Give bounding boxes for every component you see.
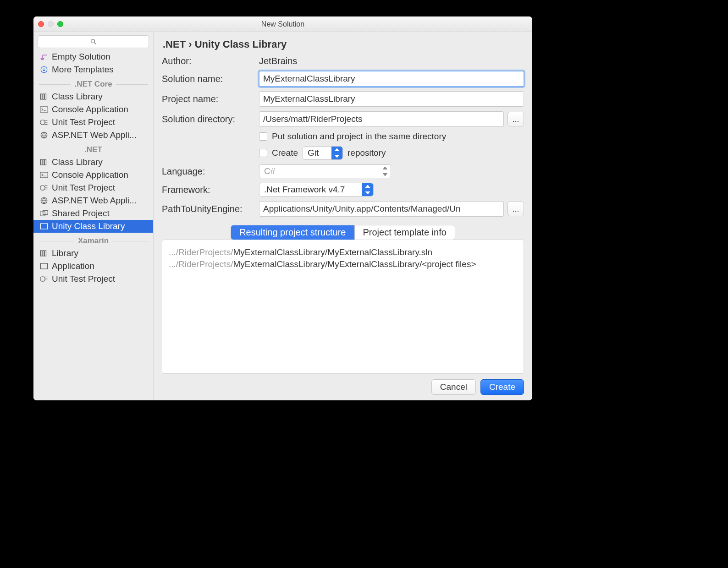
test-icon [40,118,48,126]
structure-line: .../RiderProjects/MyExternalClassLibrary… [169,258,517,270]
close-window-button[interactable] [38,21,44,27]
sidebar-group--net-core: .NET Core [33,76,153,90]
sidebar-item-label: Console Application [52,104,128,115]
sidebar-item-asp-net-web-appli[interactable]: ASP.NET Web Appli... [33,194,153,207]
library-icon [40,158,48,166]
project-name-label: Project name: [162,94,254,104]
sidebar-item-class-library[interactable]: Class Library [33,90,153,103]
sidebar-item-label: Class Library [52,92,103,102]
sidebar-item-label: Unity Class Library [52,221,125,231]
sidebar-group-label: .NET Core [74,80,112,89]
framework-select[interactable]: .Net Framework v4.7 [259,183,374,197]
repo-type-select[interactable]: Git [303,146,343,160]
sidebar-item-label: Library [52,248,78,258]
sidebar-item-library[interactable]: Library [33,247,153,260]
sidebar-item-label: ASP.NET Web Appli... [52,130,137,140]
sidebar-item-unity-class-library[interactable]: Unity Class Library [33,220,153,233]
app-icon [40,262,48,270]
same-directory-label: Put solution and project in the same dir… [272,131,446,142]
window-title: New Solution [33,20,532,28]
download-icon [40,66,48,74]
tab-resulting-structure[interactable]: Resulting project structure [231,225,354,240]
unity-path-input[interactable] [259,201,504,217]
search-input[interactable] [38,35,149,48]
repo-suffix-label: repository [347,148,386,158]
sidebar-item-shared-project[interactable]: Shared Project [33,207,153,220]
minimize-window-button [48,21,54,27]
library-icon [40,249,48,257]
svg-point-13 [40,186,45,191]
svg-line-1 [94,43,96,44]
test-icon [40,184,48,192]
create-button[interactable]: Create [480,379,524,395]
svg-rect-11 [45,159,46,165]
svg-rect-16 [43,210,48,214]
sidebar-group-label: Xamarin [78,236,109,246]
link-icon [40,53,48,61]
solution-dir-input[interactable] [259,111,504,127]
create-repo-checkbox[interactable] [259,149,267,157]
globe-icon [40,197,48,205]
same-directory-checkbox[interactable] [259,132,267,141]
info-tabs: Resulting project structure Project temp… [231,225,455,240]
sidebar-item-label: Class Library [52,157,103,167]
sidebar-item-label: Unit Test Project [52,117,115,127]
template-sidebar: Empty SolutionMore Templates.NET CoreCla… [33,32,154,400]
sidebar-group-label: .NET [84,145,102,154]
sidebar-item-label: Application [52,261,94,271]
language-label: Language: [162,166,254,177]
sidebar-item-unit-test-project[interactable]: Unit Test Project [33,181,153,194]
test-icon [40,275,48,283]
svg-marker-29 [365,191,370,194]
library-icon [40,93,48,101]
svg-rect-4 [43,94,44,99]
sidebar-item-console-application[interactable]: Console Application [33,169,153,181]
svg-point-7 [40,120,45,125]
console-icon [40,171,48,179]
shared-icon [40,209,48,218]
svg-rect-19 [41,251,42,256]
author-value: JetBrains [259,56,297,66]
sidebar-item-console-application[interactable]: Console Application [33,103,153,116]
sidebar-item-more-templates[interactable]: More Templates [33,63,153,76]
svg-rect-18 [41,224,48,229]
globe-icon [40,131,48,139]
svg-marker-27 [383,173,387,176]
author-label: Author: [162,56,254,66]
titlebar: New Solution [33,16,532,32]
template-config-panel: .NET › Unity Class Library Author: JetBr… [154,32,532,400]
browse-unity-path-button[interactable]: ... [507,202,524,216]
framework-label: Framework: [162,185,254,195]
traffic-lights [38,21,63,27]
svg-rect-9 [41,159,42,165]
unity-path-label: PathToUnityEngine: [162,204,254,214]
console-icon [40,105,48,114]
svg-point-23 [40,277,45,282]
language-select[interactable]: C# [259,164,391,178]
svg-marker-26 [383,167,387,169]
sidebar-item-class-library[interactable]: Class Library [33,156,153,169]
search-icon [90,38,97,45]
sidebar-item-unit-test-project[interactable]: Unit Test Project [33,116,153,129]
svg-rect-15 [40,212,45,216]
zoom-window-button[interactable] [57,21,63,27]
breadcrumb: .NET › Unity Class Library [162,38,524,56]
svg-rect-20 [43,251,44,256]
svg-rect-22 [41,263,48,269]
new-solution-window: New Solution Empty SolutionMore Template… [33,16,532,400]
svg-rect-3 [41,94,42,99]
cancel-button[interactable]: Cancel [431,379,476,395]
structure-line: .../RiderProjects/MyExternalClassLibrary… [169,246,517,258]
sidebar-item-application[interactable]: Application [33,260,153,273]
svg-marker-24 [335,148,339,151]
svg-rect-10 [43,159,44,165]
browse-solution-dir-button[interactable]: ... [507,112,524,126]
tab-template-info[interactable]: Project template info [354,225,455,240]
sidebar-item-asp-net-web-appli[interactable]: ASP.NET Web Appli... [33,129,153,142]
sidebar-item-empty-solution[interactable]: Empty Solution [33,50,153,63]
project-name-input[interactable] [259,91,524,107]
sidebar-item-label: Unit Test Project [52,274,115,284]
sidebar-item-unit-test-project[interactable]: Unit Test Project [33,273,153,285]
sidebar-group--net: .NET [33,142,153,156]
solution-name-input[interactable] [259,71,524,87]
